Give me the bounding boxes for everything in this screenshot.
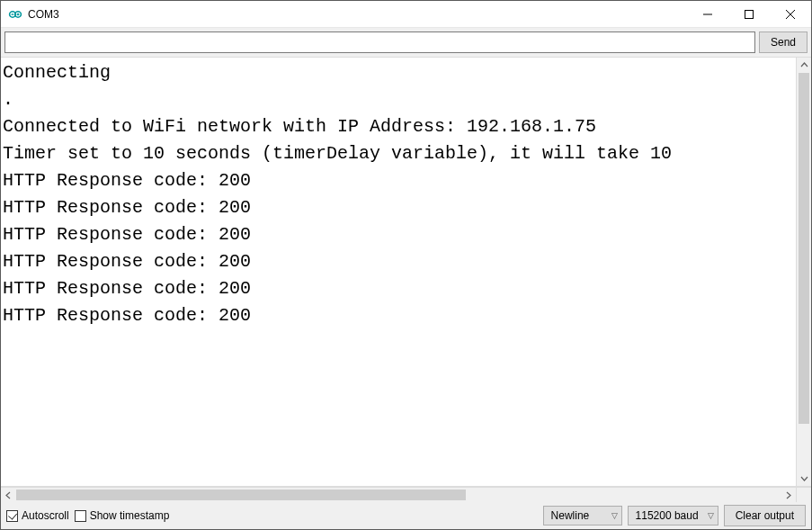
timestamp-checkbox[interactable]: Show timestamp (75, 509, 170, 522)
svg-rect-6 (745, 10, 754, 18)
baud-select[interactable]: 115200 baud ▽ (628, 506, 718, 526)
checkbox-icon (75, 510, 86, 522)
arduino-icon (8, 7, 22, 22)
autoscroll-label: Autoscroll (22, 509, 69, 522)
horizontal-scrollbar[interactable] (1, 487, 796, 502)
titlebar: COM3 (1, 1, 811, 28)
command-row: Send (1, 28, 811, 57)
send-button[interactable]: Send (759, 31, 808, 53)
chevron-down-icon: ▽ (611, 511, 618, 520)
scroll-up-icon[interactable] (797, 58, 811, 73)
console-area: Connecting . Connected to WiFi network w… (1, 57, 811, 487)
scroll-right-icon[interactable] (781, 488, 796, 503)
scroll-left-icon[interactable] (1, 488, 16, 503)
baud-value: 115200 baud (636, 509, 699, 522)
clear-output-button[interactable]: Clear output (724, 505, 806, 526)
autoscroll-checkbox[interactable]: Autoscroll (6, 509, 69, 522)
vertical-scrollbar[interactable] (796, 58, 811, 486)
footer-bar: Autoscroll Show timestamp Newline ▽ 1152… (1, 502, 811, 529)
serial-output: Connecting . Connected to WiFi network w… (1, 58, 796, 486)
horizontal-scrollbar-row (1, 487, 811, 502)
checkbox-icon (6, 510, 18, 522)
serial-input[interactable] (4, 31, 755, 53)
minimize-button[interactable] (687, 1, 728, 28)
window-title: COM3 (28, 8, 59, 21)
scroll-down-icon[interactable] (797, 471, 811, 486)
close-button[interactable] (770, 1, 811, 28)
line-ending-select[interactable]: Newline ▽ (543, 506, 622, 526)
vertical-scroll-thumb[interactable] (799, 73, 809, 424)
line-ending-value: Newline (551, 509, 590, 522)
timestamp-label: Show timestamp (90, 509, 170, 522)
chevron-down-icon: ▽ (708, 511, 714, 520)
maximize-button[interactable] (728, 1, 770, 28)
scroll-corner (796, 487, 811, 502)
horizontal-scroll-thumb[interactable] (16, 490, 466, 500)
